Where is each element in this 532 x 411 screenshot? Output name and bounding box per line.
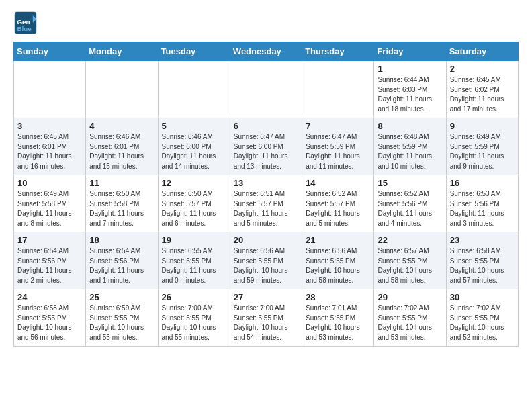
calendar-cell: 10Sunrise: 6:49 AM Sunset: 5:58 PM Dayli… — [14, 175, 86, 232]
calendar-cell: 16Sunrise: 6:53 AM Sunset: 5:56 PM Dayli… — [446, 175, 518, 232]
calendar-cell: 21Sunrise: 6:56 AM Sunset: 5:55 PM Dayli… — [302, 232, 374, 289]
calendar-cell — [86, 61, 158, 118]
day-number: 29 — [378, 292, 442, 302]
day-info: Sunrise: 7:01 AM Sunset: 5:55 PM Dayligh… — [306, 304, 370, 342]
calendar-cell: 20Sunrise: 6:56 AM Sunset: 5:55 PM Dayli… — [230, 232, 302, 289]
week-row-4: 17Sunrise: 6:54 AM Sunset: 5:56 PM Dayli… — [14, 232, 519, 289]
day-number: 13 — [234, 178, 298, 188]
calendar-cell: 22Sunrise: 6:57 AM Sunset: 5:55 PM Dayli… — [374, 232, 446, 289]
calendar-cell: 25Sunrise: 6:59 AM Sunset: 5:55 PM Dayli… — [86, 289, 158, 347]
day-number: 26 — [162, 292, 226, 302]
day-number: 4 — [89, 121, 154, 131]
calendar-cell: 14Sunrise: 6:52 AM Sunset: 5:57 PM Dayli… — [302, 175, 374, 232]
day-number: 16 — [450, 178, 515, 188]
calendar-cell: 2Sunrise: 6:45 AM Sunset: 6:02 PM Daylig… — [446, 61, 518, 118]
day-number: 6 — [234, 121, 298, 131]
day-info: Sunrise: 6:49 AM Sunset: 5:58 PM Dayligh… — [17, 189, 82, 228]
day-number: 22 — [378, 235, 442, 245]
day-info: Sunrise: 6:50 AM Sunset: 5:57 PM Dayligh… — [162, 189, 226, 228]
weekday-header-saturday: Saturday — [446, 42, 518, 61]
day-info: Sunrise: 6:45 AM Sunset: 6:02 PM Dayligh… — [450, 75, 515, 114]
day-number: 25 — [89, 292, 154, 302]
calendar-cell — [14, 61, 86, 118]
logo-area: Gen Blue — [13, 11, 40, 35]
calendar-cell — [158, 61, 230, 118]
day-number: 21 — [306, 235, 370, 245]
day-number: 10 — [17, 178, 82, 188]
calendar-cell: 9Sunrise: 6:49 AM Sunset: 5:59 PM Daylig… — [446, 118, 518, 175]
calendar-cell: 27Sunrise: 7:00 AM Sunset: 5:55 PM Dayli… — [230, 289, 302, 347]
day-info: Sunrise: 6:56 AM Sunset: 5:55 PM Dayligh… — [234, 246, 298, 285]
svg-text:Blue: Blue — [17, 25, 32, 32]
weekday-header-wednesday: Wednesday — [230, 42, 302, 61]
calendar-cell: 24Sunrise: 6:58 AM Sunset: 5:55 PM Dayli… — [14, 289, 86, 347]
day-number: 30 — [450, 292, 515, 302]
day-number: 11 — [89, 178, 154, 188]
calendar-cell: 19Sunrise: 6:55 AM Sunset: 5:55 PM Dayli… — [158, 232, 230, 289]
day-info: Sunrise: 6:47 AM Sunset: 5:59 PM Dayligh… — [306, 132, 370, 171]
calendar-cell: 1Sunrise: 6:44 AM Sunset: 6:03 PM Daylig… — [374, 61, 446, 118]
calendar-cell: 13Sunrise: 6:51 AM Sunset: 5:57 PM Dayli… — [230, 175, 302, 232]
week-row-5: 24Sunrise: 6:58 AM Sunset: 5:55 PM Dayli… — [14, 289, 519, 347]
calendar-cell: 6Sunrise: 6:47 AM Sunset: 6:00 PM Daylig… — [230, 118, 302, 175]
calendar-cell: 11Sunrise: 6:50 AM Sunset: 5:58 PM Dayli… — [86, 175, 158, 232]
day-number: 18 — [89, 235, 154, 245]
day-info: Sunrise: 6:46 AM Sunset: 6:00 PM Dayligh… — [162, 132, 226, 171]
day-number: 5 — [162, 121, 226, 131]
day-info: Sunrise: 6:58 AM Sunset: 5:55 PM Dayligh… — [450, 246, 515, 285]
day-info: Sunrise: 7:00 AM Sunset: 5:55 PM Dayligh… — [162, 304, 226, 342]
day-number: 28 — [306, 292, 370, 302]
weekday-header-sunday: Sunday — [14, 42, 86, 61]
calendar-cell: 7Sunrise: 6:47 AM Sunset: 5:59 PM Daylig… — [302, 118, 374, 175]
day-info: Sunrise: 6:54 AM Sunset: 5:56 PM Dayligh… — [89, 246, 154, 285]
calendar-cell: 3Sunrise: 6:45 AM Sunset: 6:01 PM Daylig… — [14, 118, 86, 175]
weekday-header-friday: Friday — [374, 42, 446, 61]
weekday-header-thursday: Thursday — [302, 42, 374, 61]
day-info: Sunrise: 6:59 AM Sunset: 5:55 PM Dayligh… — [89, 304, 154, 342]
calendar-cell — [230, 61, 302, 118]
day-info: Sunrise: 6:54 AM Sunset: 5:56 PM Dayligh… — [17, 246, 82, 285]
day-info: Sunrise: 7:00 AM Sunset: 5:55 PM Dayligh… — [234, 304, 298, 342]
day-info: Sunrise: 6:50 AM Sunset: 5:58 PM Dayligh… — [89, 189, 154, 228]
day-info: Sunrise: 6:52 AM Sunset: 5:57 PM Dayligh… — [306, 189, 370, 228]
day-number: 15 — [378, 178, 442, 188]
calendar-cell: 23Sunrise: 6:58 AM Sunset: 5:55 PM Dayli… — [446, 232, 518, 289]
day-info: Sunrise: 6:48 AM Sunset: 5:59 PM Dayligh… — [378, 132, 442, 171]
day-number: 12 — [162, 178, 226, 188]
calendar-cell: 18Sunrise: 6:54 AM Sunset: 5:56 PM Dayli… — [86, 232, 158, 289]
day-number: 17 — [17, 235, 82, 245]
weekday-header-monday: Monday — [86, 42, 158, 61]
week-row-3: 10Sunrise: 6:49 AM Sunset: 5:58 PM Dayli… — [14, 175, 519, 232]
day-number: 24 — [17, 292, 82, 302]
day-number: 19 — [162, 235, 226, 245]
calendar-cell: 4Sunrise: 6:46 AM Sunset: 6:01 PM Daylig… — [86, 118, 158, 175]
calendar-cell: 5Sunrise: 6:46 AM Sunset: 6:00 PM Daylig… — [158, 118, 230, 175]
day-number: 14 — [306, 178, 370, 188]
calendar-cell: 15Sunrise: 6:52 AM Sunset: 5:56 PM Dayli… — [374, 175, 446, 232]
day-info: Sunrise: 6:47 AM Sunset: 6:00 PM Dayligh… — [234, 132, 298, 171]
day-info: Sunrise: 6:44 AM Sunset: 6:03 PM Dayligh… — [378, 75, 442, 114]
calendar-cell: 28Sunrise: 7:01 AM Sunset: 5:55 PM Dayli… — [302, 289, 374, 347]
day-number: 3 — [17, 121, 82, 131]
day-info: Sunrise: 6:45 AM Sunset: 6:01 PM Dayligh… — [17, 132, 82, 171]
calendar-cell: 12Sunrise: 6:50 AM Sunset: 5:57 PM Dayli… — [158, 175, 230, 232]
header: Gen Blue — [13, 11, 519, 35]
calendar-table: SundayMondayTuesdayWednesdayThursdayFrid… — [13, 42, 519, 347]
day-info: Sunrise: 6:52 AM Sunset: 5:56 PM Dayligh… — [378, 189, 442, 228]
page: Gen Blue SundayMondayTuesdayWednesdayThu… — [0, 0, 532, 353]
day-number: 9 — [450, 121, 515, 131]
day-info: Sunrise: 6:58 AM Sunset: 5:55 PM Dayligh… — [17, 304, 82, 342]
calendar-cell: 29Sunrise: 7:02 AM Sunset: 5:55 PM Dayli… — [374, 289, 446, 347]
day-info: Sunrise: 6:51 AM Sunset: 5:57 PM Dayligh… — [234, 189, 298, 228]
day-number: 8 — [378, 121, 442, 131]
logo-icon: Gen Blue — [13, 11, 38, 35]
day-info: Sunrise: 6:55 AM Sunset: 5:55 PM Dayligh… — [162, 246, 226, 285]
day-number: 20 — [234, 235, 298, 245]
day-info: Sunrise: 6:57 AM Sunset: 5:55 PM Dayligh… — [378, 246, 442, 285]
day-number: 7 — [306, 121, 370, 131]
day-info: Sunrise: 7:02 AM Sunset: 5:55 PM Dayligh… — [450, 304, 515, 342]
day-info: Sunrise: 6:46 AM Sunset: 6:01 PM Dayligh… — [89, 132, 154, 171]
day-info: Sunrise: 7:02 AM Sunset: 5:55 PM Dayligh… — [378, 304, 442, 342]
calendar-cell: 8Sunrise: 6:48 AM Sunset: 5:59 PM Daylig… — [374, 118, 446, 175]
calendar-cell: 30Sunrise: 7:02 AM Sunset: 5:55 PM Dayli… — [446, 289, 518, 347]
